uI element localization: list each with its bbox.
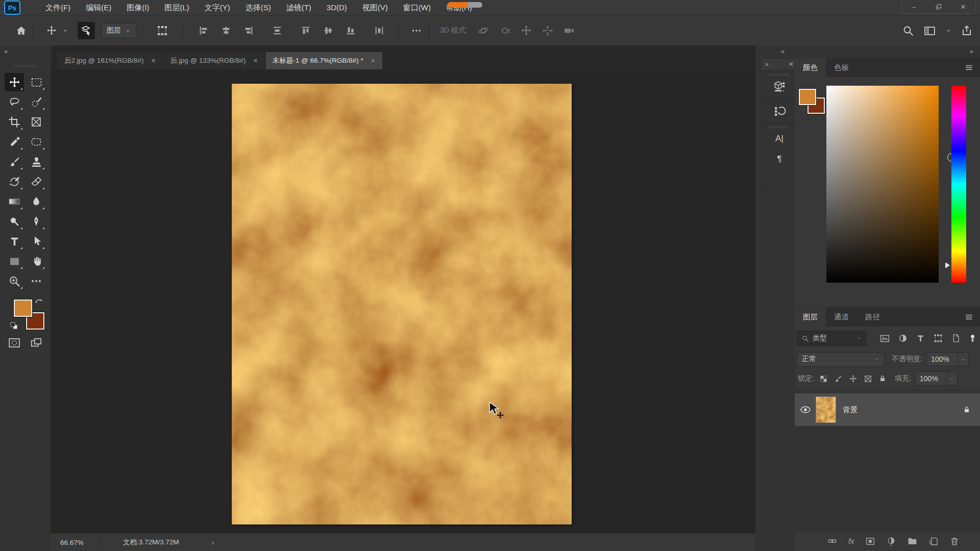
menu-window[interactable]: 窗口(W): [396, 0, 438, 15]
move-tool-preset-icon[interactable]: [46, 25, 57, 36]
swap-colors-icon[interactable]: [34, 296, 43, 306]
move-tool[interactable]: [5, 73, 24, 91]
menu-type[interactable]: 文字(Y): [197, 0, 238, 15]
properties-panel-icon[interactable]: [761, 76, 798, 96]
menu-layer[interactable]: 图层(L): [157, 0, 197, 15]
close-button[interactable]: ✕: [951, 1, 975, 13]
layer-filter-toggle[interactable]: [968, 334, 977, 343]
patch-tool[interactable]: [27, 133, 46, 151]
lasso-tool[interactable]: [5, 93, 24, 111]
layer-style-fx-button[interactable]: fx: [848, 537, 854, 545]
workspace-switcher-icon[interactable]: [923, 24, 936, 37]
lock-transparent-pixels-icon[interactable]: [819, 374, 828, 383]
panel-menu-icon[interactable]: [964, 312, 974, 322]
workspace-chevron-icon[interactable]: [945, 28, 951, 34]
layer-filter-dropdown[interactable]: 类型: [797, 331, 866, 346]
menu-3d[interactable]: 3D(D): [319, 0, 355, 15]
filter-type-layers-icon[interactable]: [916, 334, 925, 343]
tool-preset-chevron-icon[interactable]: [62, 28, 68, 34]
3d-pan-icon[interactable]: [518, 22, 535, 39]
dodge-tool[interactable]: [5, 212, 24, 231]
tab-swatches[interactable]: 色板: [826, 58, 857, 77]
lock-artboard-icon[interactable]: [864, 374, 872, 383]
document-canvas[interactable]: [232, 84, 572, 524]
toolbar-drag-handle[interactable]: [14, 65, 37, 67]
saturation-brightness-field[interactable]: [826, 86, 939, 283]
character-panel-icon[interactable]: A|: [761, 129, 798, 149]
filter-adjustment-layers-icon[interactable]: [898, 333, 908, 343]
align-center-horizontal-button[interactable]: [217, 22, 235, 39]
lock-image-pixels-icon[interactable]: [834, 374, 843, 383]
document-tab[interactable]: 后.jpg @ 133%(RGB/8#) ✕: [164, 52, 265, 69]
foreground-color-swatch[interactable]: [14, 299, 32, 317]
new-group-icon[interactable]: [907, 536, 918, 546]
home-button[interactable]: [15, 25, 27, 37]
menu-edit[interactable]: 编辑(E): [78, 0, 119, 15]
foreground-color-swatch[interactable]: [799, 89, 816, 105]
fill-field[interactable]: 100%: [915, 371, 958, 386]
hue-slider[interactable]: [951, 86, 966, 283]
collapse-dock-left-button[interactable]: «: [781, 47, 784, 55]
hand-tool[interactable]: [27, 252, 46, 270]
rectangle-shape-tool[interactable]: [5, 252, 24, 270]
document-tab-active[interactable]: 未标题-1 @ 66.7%(RGB/8#) * ✕: [266, 52, 382, 69]
menu-select[interactable]: 选择(S): [238, 0, 279, 15]
default-colors-icon[interactable]: [9, 321, 19, 331]
filter-pixel-layers-icon[interactable]: [879, 333, 890, 344]
lock-position-icon[interactable]: [849, 374, 857, 383]
eraser-tool[interactable]: [27, 172, 46, 191]
tab-layers[interactable]: 图层: [795, 308, 826, 327]
menu-file[interactable]: 文件(F): [38, 0, 78, 15]
3d-orbit-icon[interactable]: [475, 22, 492, 39]
close-tab-icon[interactable]: ✕: [253, 57, 258, 64]
crop-tool[interactable]: [5, 113, 24, 131]
restore-button[interactable]: [926, 1, 951, 13]
collapse-dock-right-button[interactable]: »: [970, 47, 973, 55]
status-options-chevron[interactable]: ›: [212, 539, 214, 546]
photoshop-logo[interactable]: Ps: [4, 1, 20, 15]
share-icon[interactable]: [961, 24, 973, 37]
quick-mask-mode-button[interactable]: [8, 336, 21, 349]
clone-stamp-tool[interactable]: [27, 153, 46, 171]
tab-color[interactable]: 颜色: [795, 58, 826, 77]
eyedropper-tool[interactable]: [5, 133, 24, 151]
canvas-pasteboard[interactable]: [51, 69, 755, 534]
filter-smart-objects-icon[interactable]: [951, 333, 961, 343]
quick-selection-tool[interactable]: [27, 93, 46, 111]
layer-visibility-eye-icon[interactable]: [795, 404, 816, 415]
menu-image[interactable]: 图像(I): [119, 0, 157, 15]
document-tab[interactable]: 后2.jpg @ 161%(RGB/8#) ✕: [58, 52, 163, 69]
new-adjustment-layer-icon[interactable]: [886, 536, 896, 546]
align-left-button[interactable]: [195, 22, 212, 39]
link-layers-icon[interactable]: [827, 536, 838, 546]
layer-thumbnail[interactable]: [816, 397, 836, 422]
gradient-tool[interactable]: [5, 192, 24, 211]
hue-slider-marker[interactable]: [945, 262, 950, 268]
show-transform-controls-toggle[interactable]: [154, 22, 171, 39]
auto-select-target-dropdown[interactable]: 图层: [101, 23, 136, 38]
distribute-horizontal-button[interactable]: [371, 22, 388, 39]
menu-filter[interactable]: 滤镜(T): [279, 0, 319, 15]
3d-camera-icon[interactable]: [560, 22, 578, 39]
close-tab-icon[interactable]: ✕: [151, 57, 156, 64]
history-panel-icon[interactable]: [761, 101, 798, 121]
align-bottom-button[interactable]: [342, 22, 359, 39]
menu-view[interactable]: 视图(V): [355, 0, 396, 15]
collapse-tools-button[interactable]: «: [4, 47, 7, 55]
brush-tool[interactable]: [5, 153, 24, 171]
history-brush-tool[interactable]: [5, 172, 24, 191]
align-right-button[interactable]: [240, 22, 257, 39]
search-icon[interactable]: [902, 24, 914, 37]
opacity-field[interactable]: 100%: [926, 352, 969, 366]
3d-slide-icon[interactable]: [539, 22, 556, 39]
delete-layer-icon[interactable]: [949, 536, 960, 546]
filter-shape-layers-icon[interactable]: [933, 333, 943, 343]
align-top-button[interactable]: [297, 22, 314, 39]
paragraph-panel-icon[interactable]: ¶: [761, 149, 798, 169]
more-align-options-button[interactable]: [408, 22, 425, 39]
screen-mode-button[interactable]: [30, 336, 43, 349]
close-panel-dock-button[interactable]: ✕: [789, 61, 794, 68]
minimize-button[interactable]: –: [902, 1, 926, 13]
rectangular-marquee-tool[interactable]: [27, 73, 46, 91]
edit-toolbar-button[interactable]: [27, 272, 46, 290]
